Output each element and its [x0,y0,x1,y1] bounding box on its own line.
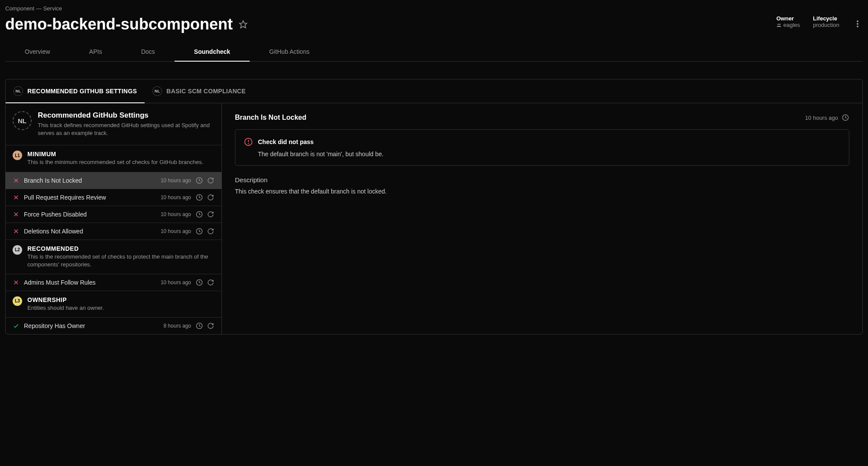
clock-icon[interactable] [195,194,203,201]
check-row[interactable]: Admins Must Follow Rules 10 hours ago [6,274,221,291]
breadcrumb: Component — Service [5,5,863,12]
check-timestamp: 10 hours ago [161,211,191,217]
clock-icon [842,114,849,121]
check-row[interactable]: Repository Has Owner 8 hours ago [6,317,221,334]
svg-point-1 [777,23,779,25]
detail-title: Branch Is Not Locked [235,114,306,121]
track-tab-0[interactable]: NLRECOMMENDED GITHUB SETTINGS [6,79,145,103]
owner-label: Owner [776,15,800,22]
check-row[interactable]: Pull Request Requires Review 10 hours ag… [6,189,221,206]
refresh-icon[interactable] [207,322,215,330]
track-tabs: NLRECOMMENDED GITHUB SETTINGSNLBASIC SCM… [6,79,862,103]
svg-point-25 [248,144,249,144]
refresh-icon[interactable] [207,279,215,286]
page-title: demo-backend-subcomponent [5,15,233,33]
track-tab-1[interactable]: NLBASIC SCM COMPLIANCE [145,79,254,103]
level-header-ownership: L3 OWNERSHIP Entities should have an own… [6,291,221,317]
check-fail-icon [13,194,20,201]
check-row[interactable]: Branch Is Not Locked 10 hours ago [6,172,221,189]
level-title: OWNERSHIP [27,296,215,303]
level-badge: L3 [13,296,22,306]
track-header-badge: NL [13,111,32,130]
check-timestamp: 10 hours ago [161,228,191,234]
check-fail-icon [13,279,20,286]
svg-point-3 [857,20,858,22]
check-fail-icon [13,228,20,235]
check-timestamp: 10 hours ago [161,279,191,286]
refresh-icon[interactable] [207,194,215,201]
level-description: Entities should have an owner. [27,304,215,312]
check-name: Repository Has Owner [24,322,159,329]
lifecycle-label: Lifecycle [813,15,839,22]
check-row[interactable]: Deletions Not Allowed 10 hours ago [6,223,221,240]
level-header-minimum: L1 MINIMUM This is the minimum recommend… [6,145,221,171]
tab-soundcheck[interactable]: Soundcheck [175,42,250,61]
track-badge-icon: NL [152,86,162,96]
track-title: Recommended GitHub Settings [38,111,215,120]
owner-value[interactable]: eagles [776,22,800,28]
description-label: Description [235,176,849,184]
check-fail-icon [13,177,20,184]
alert-message: The default branch is not 'main', but sh… [244,151,840,158]
level-description: This is the recommended set of checks to… [27,253,215,269]
check-pass-icon [13,322,20,329]
clock-icon[interactable] [195,279,203,286]
check-name: Branch Is Not Locked [24,177,156,184]
level-badge: L1 [13,151,22,160]
refresh-icon[interactable] [207,210,215,218]
track-tab-label: RECOMMENDED GITHUB SETTINGS [27,88,137,95]
tab-overview[interactable]: Overview [5,42,69,61]
alert-error-icon [244,138,253,146]
check-name: Deletions Not Allowed [24,228,156,235]
check-row[interactable]: Force Pushes Disabled 10 hours ago [6,206,221,223]
svg-marker-0 [240,21,247,28]
svg-point-2 [779,23,780,25]
svg-point-5 [857,26,858,27]
clock-icon[interactable] [195,322,203,330]
check-fail-icon [13,211,20,218]
level-description: This is the minimum recommended set of c… [27,158,215,166]
tab-github-actions[interactable]: GitHub Actions [250,42,329,61]
track-description: This track defines recommended GitHub se… [38,121,215,137]
more-menu-button[interactable] [852,15,863,33]
detail-timestamp: 10 hours ago [805,114,849,121]
description-text: This check ensures that the default bran… [235,188,849,195]
check-result-alert: Check did not pass The default branch is… [235,129,849,166]
check-timestamp: 8 hours ago [164,323,191,329]
level-badge: L2 [13,245,22,255]
level-header-recommended: L2 RECOMMENDED This is the recommended s… [6,240,221,274]
tab-docs[interactable]: Docs [122,42,175,61]
level-title: RECOMMENDED [27,245,215,252]
star-icon[interactable] [238,19,248,30]
svg-point-4 [857,23,858,25]
track-tab-label: BASIC SCM COMPLIANCE [166,88,246,95]
refresh-icon[interactable] [207,227,215,235]
clock-icon[interactable] [195,177,203,184]
check-timestamp: 10 hours ago [161,177,191,184]
clock-icon[interactable] [195,227,203,235]
tab-apis[interactable]: APIs [69,42,122,61]
alert-title: Check did not pass [258,138,314,145]
lifecycle-value: production [813,22,839,28]
check-name: Pull Request Requires Review [24,194,156,201]
check-timestamp: 10 hours ago [161,194,191,200]
refresh-icon[interactable] [207,177,215,184]
clock-icon[interactable] [195,210,203,218]
check-name: Force Pushes Disabled [24,211,156,218]
track-badge-icon: NL [13,86,23,96]
level-title: MINIMUM [27,151,215,158]
main-tabs: OverviewAPIsDocsSoundcheckGitHub Actions [5,42,863,62]
check-name: Admins Must Follow Rules [24,279,156,286]
